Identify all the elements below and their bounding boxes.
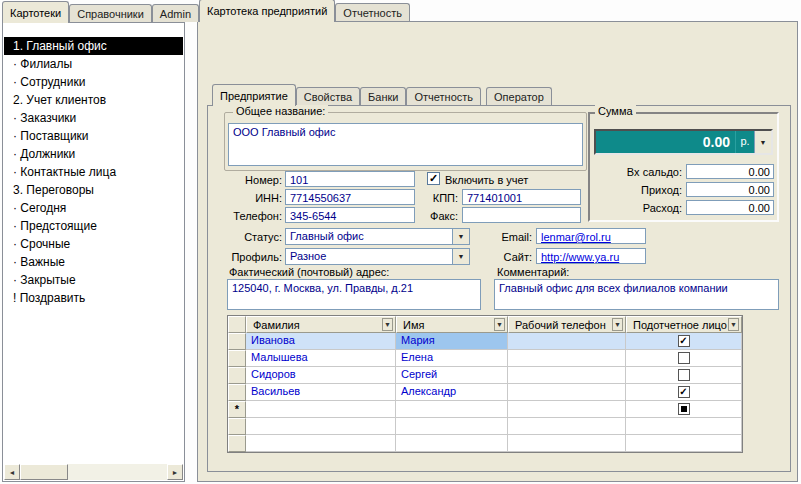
tree-item[interactable]: · Срочные <box>4 235 183 253</box>
row-selector[interactable] <box>228 367 246 384</box>
table-row: Иванова Мария ✓ <box>228 333 742 350</box>
grid-cell-accountable[interactable] <box>626 401 742 418</box>
table-row: Васильев Александр ✓ <box>228 384 742 401</box>
total-amount-combo: 0.00 р. ▼ <box>594 129 773 155</box>
column-header-surname[interactable]: Фамилия ▼ <box>246 316 396 333</box>
fax-field[interactable] <box>462 207 581 223</box>
chevron-down-icon[interactable]: ▼ <box>754 131 771 153</box>
accountable-checkbox[interactable] <box>678 369 690 381</box>
row-selector[interactable] <box>228 333 246 350</box>
email-link[interactable]: lenmar@rol.ru <box>541 231 611 243</box>
scrollbar-track[interactable] <box>68 464 167 480</box>
grid-cell-name[interactable] <box>396 401 508 418</box>
comment-field[interactable]: Главный офис для всех филиалов компании <box>494 279 779 310</box>
tree-item[interactable]: · Закрытые <box>4 271 183 289</box>
accountable-checkbox[interactable]: ✓ <box>678 386 690 398</box>
grid-cell-accountable[interactable] <box>626 350 742 367</box>
tab-enterprise[interactable]: Предприятие <box>212 84 296 106</box>
column-header-accountable[interactable]: Подотчетное лицо ▼ <box>626 316 742 333</box>
tree-item[interactable]: · Должники <box>4 145 183 163</box>
grid-cell-name[interactable]: Сергей <box>396 367 508 384</box>
chevron-down-icon[interactable]: ▼ <box>452 249 469 264</box>
company-name-field[interactable]: ООО Главный офис <box>228 123 583 166</box>
grid-cell-surname[interactable]: Сидоров <box>246 367 396 384</box>
inn-field[interactable]: 7714550637 <box>285 189 415 205</box>
tree-item[interactable]: · Поставщики <box>4 127 183 145</box>
grid-cell-surname[interactable] <box>246 401 396 418</box>
grid-cell-accountable[interactable]: ✓ <box>626 384 742 401</box>
chevron-down-icon[interactable]: ▼ <box>452 229 469 244</box>
grid-cell-surname[interactable]: Иванова <box>246 333 396 350</box>
chevron-down-icon[interactable]: ▼ <box>728 318 739 331</box>
tree-item[interactable]: 3. Переговоры <box>4 181 183 199</box>
chevron-down-icon[interactable]: ▼ <box>612 318 623 331</box>
tree-item[interactable]: · Заказчики <box>4 109 183 127</box>
grid-cell-phone[interactable] <box>508 384 626 401</box>
grid-cell-name[interactable]: Александр <box>396 384 508 401</box>
opening-balance-field[interactable]: 0.00 <box>686 164 774 179</box>
tab-operator[interactable]: Оператор <box>486 87 552 105</box>
tree-item[interactable]: · Сегодня <box>4 199 183 217</box>
income-field[interactable]: 0.00 <box>686 182 774 197</box>
phone-field[interactable]: 345-6544 <box>285 207 415 223</box>
tab-reporting[interactable]: Отчетность <box>335 3 410 21</box>
grid-cell-surname[interactable]: Васильев <box>246 384 396 401</box>
tab-properties[interactable]: Свойства <box>296 87 360 105</box>
expense-field[interactable]: 0.00 <box>686 200 774 215</box>
column-header-label: Фамилия <box>253 319 300 331</box>
column-header-work-phone[interactable]: Рабочий телефон ▼ <box>508 316 626 333</box>
include-checkbox[interactable]: ✓ <box>427 172 440 185</box>
column-header-name[interactable]: Имя ▼ <box>396 316 508 333</box>
tree-item[interactable]: · Сотрудники <box>4 73 183 91</box>
tab-directories[interactable]: Справочники <box>69 4 152 22</box>
chevron-down-icon[interactable]: ▼ <box>382 318 393 331</box>
kpp-field[interactable]: 771401001 <box>462 189 581 205</box>
grid-cell-phone[interactable] <box>508 367 626 384</box>
grid-cell-surname[interactable]: Малышева <box>246 350 396 367</box>
scroll-right-icon[interactable]: ► <box>167 464 183 480</box>
row-selector[interactable] <box>228 350 246 367</box>
row-selector <box>228 435 246 452</box>
tree-item[interactable]: · Предстоящие <box>4 217 183 235</box>
accountable-checkbox[interactable] <box>678 352 690 364</box>
grid-cell-phone[interactable] <box>508 401 626 418</box>
grid-cell-name[interactable]: Елена <box>396 350 508 367</box>
tree-item[interactable]: · Филиалы <box>4 55 183 73</box>
accountable-checkbox[interactable]: ✓ <box>678 335 690 347</box>
navigation-panel: 1. Главный офис · Филиалы · Сотрудники 2… <box>2 22 185 482</box>
new-row-selector[interactable]: * <box>228 401 246 418</box>
status-combo[interactable]: Главный офис ▼ <box>285 228 470 245</box>
tab-reports[interactable]: Отчетность <box>406 87 481 105</box>
row-selector[interactable] <box>228 384 246 401</box>
grid-cell-name-current[interactable]: Мария <box>396 333 508 350</box>
tree-item-main-office[interactable]: 1. Главный офис <box>4 37 183 55</box>
fax-label: Факс: <box>410 210 458 222</box>
chevron-down-icon[interactable]: ▼ <box>494 318 505 331</box>
tab-admin[interactable]: Admin <box>152 4 199 22</box>
profile-combo[interactable]: Разное ▼ <box>285 248 470 265</box>
tree-item[interactable]: · Контактные лица <box>4 163 183 181</box>
tab-banks[interactable]: Банки <box>360 87 406 105</box>
tree-item[interactable]: ! Поздравить <box>4 289 183 307</box>
accountable-checkbox[interactable] <box>678 403 690 415</box>
grid-cell-phone[interactable] <box>508 333 626 350</box>
tree-item[interactable]: 2. Учет клиентов <box>4 91 183 109</box>
grid-cell-accountable[interactable]: ✓ <box>626 333 742 350</box>
number-field[interactable]: 101 <box>285 171 415 187</box>
grid-cell-phone[interactable] <box>508 350 626 367</box>
phone-label: Телефон: <box>212 210 282 222</box>
tree-item[interactable]: · Важные <box>4 253 183 271</box>
scroll-left-icon[interactable]: ◄ <box>4 464 20 480</box>
grid-cell-accountable[interactable] <box>626 367 742 384</box>
horizontal-scrollbar[interactable]: ◄ ► <box>4 464 183 480</box>
tab-enterprise-cards[interactable]: Картотека предприятий <box>199 0 335 22</box>
tab-card-files[interactable]: Картотеки <box>2 1 69 23</box>
total-amount-value: 0.00 <box>596 131 735 153</box>
table-row: Малышева Елена <box>228 350 742 367</box>
grid-corner-cell[interactable] <box>228 316 246 333</box>
site-field: http://www.ya.ru <box>536 248 646 264</box>
site-link[interactable]: http://www.ya.ru <box>541 251 619 263</box>
address-field[interactable]: 125040, г. Москва, ул. Правды, д.21 <box>227 279 481 310</box>
table-row-empty <box>228 435 742 452</box>
scrollbar-thumb[interactable] <box>20 464 68 480</box>
